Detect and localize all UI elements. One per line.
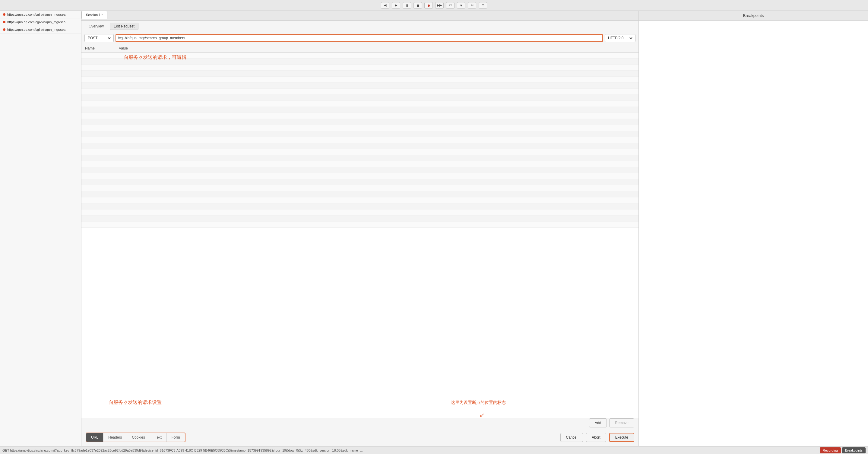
breakpoints-panel: Breakpoints (639, 11, 868, 446)
url-bar-row: POST GET PUT DELETE HTTP/2.0 HTTP/1.1 HT… (82, 32, 639, 44)
grid-row (82, 83, 639, 89)
grid-row (82, 77, 639, 83)
toolbar-btn-play[interactable]: ⏺ (424, 2, 433, 9)
tab-strip: URL Headers Cookies Text Form (86, 432, 185, 442)
name-header: Name (85, 46, 95, 50)
tab-text[interactable]: Text (150, 433, 167, 442)
cancel-button[interactable]: Cancel (560, 433, 583, 442)
grid-row (82, 173, 639, 179)
url-input[interactable] (118, 36, 600, 40)
toolbar-btn-skip[interactable]: ▶▶ (435, 2, 444, 9)
grid-area: 向服务器发送的请求，可编辑 向服务器发送的请求设置 (82, 53, 639, 418)
add-remove-row: 这里为设置断点的位置的标志 ↙ Add Remove (82, 418, 639, 428)
breakpoints-content (639, 21, 868, 446)
sidebar-item-2[interactable]: https://qun.qq.com/cgi-bin/qun_mgr/sea (0, 19, 81, 26)
annotation-breakpoint: 这里为设置断点的位置的标志 (451, 400, 506, 405)
recording-badge[interactable]: Recording (820, 447, 841, 453)
toolbar-btn-record[interactable]: ⏸ (403, 2, 411, 9)
abort-button[interactable]: Abort (586, 433, 606, 442)
execute-button[interactable]: Execute (609, 433, 634, 442)
grid-row (82, 65, 639, 70)
grid-row (82, 95, 639, 101)
toolbar-btn-settings[interactable]: ⊙ (478, 2, 487, 9)
grid-row (82, 101, 639, 107)
tab-cookies[interactable]: Cookies (127, 433, 150, 442)
edit-request-button[interactable]: Edit Request (110, 23, 138, 30)
grid-row (82, 131, 639, 137)
toolbar-btn-refresh[interactable]: ↺ (446, 2, 455, 9)
add-button[interactable]: Add (589, 418, 607, 427)
method-select-wrapper[interactable]: POST GET PUT DELETE (85, 34, 114, 42)
status-dot-2 (3, 21, 5, 23)
grid-row (82, 53, 639, 59)
main-layout: https://qun.qq.com/cgi-bin/qun_mgr/sea h… (0, 11, 868, 446)
overview-button[interactable]: Overview (85, 23, 107, 30)
content-split: Session 1 * Overview Edit Request POST G… (82, 11, 868, 446)
toolbar-btn-down[interactable]: ▼ (457, 2, 465, 9)
grid-row (82, 167, 639, 173)
grid-row (82, 161, 639, 167)
grid-row (82, 179, 639, 185)
toolbar-btn-back[interactable]: ◀ (381, 2, 390, 9)
protocol-select-wrapper[interactable]: HTTP/2.0 HTTP/1.1 HTTP/1.0 (605, 34, 636, 42)
tab-url[interactable]: URL (86, 433, 103, 442)
column-headers: Name Value (82, 44, 639, 53)
protocol-dropdown[interactable]: HTTP/2.0 HTTP/1.1 HTTP/1.0 (607, 36, 633, 40)
request-toolbar: Overview Edit Request (82, 21, 639, 32)
grid-row (82, 113, 639, 119)
status-dot-3 (3, 28, 5, 31)
sidebar-item-3[interactable]: https://qun.qq.com/cgi-bin/qun_mgr/sea (0, 26, 81, 33)
tab-form[interactable]: Form (167, 433, 185, 442)
grid-row (82, 203, 639, 209)
grid-row (82, 143, 639, 149)
main-toolbar: ◀ ▶ ⏸ ⏹ ⏺ ▶▶ ↺ ▼ ✂ ⊙ (0, 0, 868, 11)
grid-row (82, 191, 639, 197)
toolbar-btn-forward[interactable]: ▶ (392, 2, 400, 9)
toolbar-btn-stop[interactable]: ⏹ (413, 2, 422, 9)
status-dot-1 (3, 13, 5, 16)
grid-row (82, 222, 639, 228)
grid-row (82, 89, 639, 95)
grid-row (82, 216, 639, 222)
sidebar-url-2: https://qun.qq.com/cgi-bin/qun_mgr/sea (7, 20, 65, 24)
bottom-toolbar: URL Headers Cookies Text Form Cancel Abo… (82, 428, 639, 446)
grid-row (82, 149, 639, 155)
sidebar-url-1: https://qun.qq.com/cgi-bin/qun_mgr/sea (7, 13, 65, 16)
grid-row (82, 197, 639, 203)
grid-row (82, 119, 639, 125)
grid-row (82, 59, 639, 65)
session-tab-label: Session 1 * (86, 13, 103, 17)
grid-row (82, 137, 639, 143)
grid-row (82, 70, 639, 77)
breakpoints-badge[interactable]: Breakpoints (842, 447, 866, 453)
grid-row (82, 209, 639, 216)
remove-button[interactable]: Remove (609, 418, 634, 427)
tab-bar-row: Session 1 * (82, 11, 639, 21)
status-bar: GET https://analytics.yinxiang.com/i?app… (0, 446, 868, 454)
sidebar-url-3: https://qun.qq.com/cgi-bin/qun_mgr/sea (7, 28, 65, 31)
grid-row (82, 155, 639, 161)
annotation-bottom: 向服务器发送的请求设置 (108, 399, 162, 406)
grid-row (82, 185, 639, 191)
sidebar: https://qun.qq.com/cgi-bin/qun_mgr/sea h… (0, 11, 82, 446)
breakpoints-title: Breakpoints (639, 11, 868, 21)
url-input-wrapper (116, 34, 603, 42)
content-area: Session 1 * Overview Edit Request POST G… (82, 11, 639, 446)
method-dropdown[interactable]: POST GET PUT DELETE (87, 36, 112, 40)
grid-row (82, 107, 639, 113)
value-header: Value (119, 46, 128, 50)
tab-headers[interactable]: Headers (103, 433, 127, 442)
sidebar-item-1[interactable]: https://qun.qq.com/cgi-bin/qun_mgr/sea (0, 11, 81, 19)
arrow-down-icon: ↙ (479, 412, 485, 419)
status-bar-text: GET https://analytics.yinxiang.com/i?app… (2, 449, 818, 452)
session-tab[interactable]: Session 1 * (82, 11, 107, 19)
toolbar-btn-scissors[interactable]: ✂ (468, 2, 476, 9)
grid-row (82, 125, 639, 131)
